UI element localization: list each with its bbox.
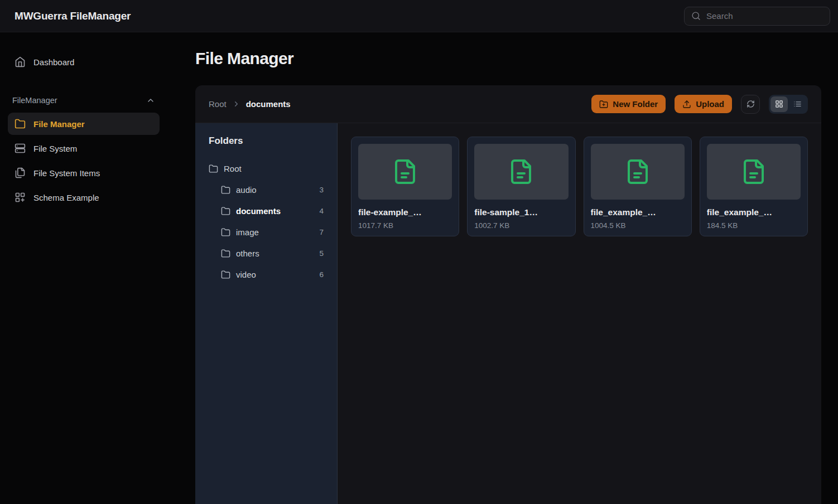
file-size: 1004.5 KB bbox=[591, 221, 685, 230]
folder-tree-item-image[interactable]: image 7 bbox=[209, 221, 324, 243]
chevron-up-icon[interactable] bbox=[146, 96, 155, 105]
file-text-icon bbox=[392, 158, 418, 185]
folder-tree-root[interactable]: Root bbox=[209, 158, 324, 179]
file-thumbnail bbox=[358, 144, 452, 200]
folder-icon bbox=[221, 227, 230, 237]
new-folder-button[interactable]: New Folder bbox=[591, 95, 666, 113]
folder-icon bbox=[15, 118, 26, 129]
folder-count: 6 bbox=[319, 270, 324, 279]
folder-count: 3 bbox=[319, 186, 324, 194]
layout-grid-icon bbox=[775, 100, 783, 108]
sidebar-item-dashboard[interactable]: Dashboard bbox=[8, 51, 160, 73]
view-toggle bbox=[769, 95, 808, 114]
chevron-right-icon bbox=[232, 100, 240, 108]
search-icon bbox=[691, 11, 701, 21]
file-text-icon bbox=[508, 158, 534, 185]
sidebar-item-schema-example[interactable]: Schema Example bbox=[8, 186, 160, 209]
search-input[interactable] bbox=[706, 11, 823, 21]
folder-count: 4 bbox=[319, 207, 324, 215]
file-name: file_example_… bbox=[707, 207, 801, 217]
topbar: MWGuerra FileManager bbox=[0, 0, 838, 32]
folder-label: documents bbox=[236, 206, 281, 216]
sidebar-item-label: File System bbox=[33, 144, 77, 153]
panel-toolbar: Root documents New Folder bbox=[195, 85, 821, 123]
sidebar-section-header: FileManager bbox=[12, 96, 155, 105]
folder-icon bbox=[209, 164, 218, 173]
breadcrumb-root[interactable]: Root bbox=[209, 99, 227, 109]
folder-label: video bbox=[236, 270, 256, 279]
folder-tree-item-documents[interactable]: documents 4 bbox=[209, 200, 324, 221]
folder-tree-item-audio[interactable]: audio 3 bbox=[209, 179, 324, 200]
list-icon bbox=[793, 100, 802, 108]
toolbar-actions: New Folder Upload bbox=[591, 95, 808, 114]
folders-panel: Folders Root audio 3 bbox=[195, 123, 338, 504]
file-card[interactable]: file_example_… 1004.5 KB bbox=[584, 137, 692, 236]
new-folder-label: New Folder bbox=[613, 99, 658, 109]
folder-tree-item-others[interactable]: others 5 bbox=[209, 243, 324, 264]
sidebar-item-file-system-items[interactable]: File System Items bbox=[8, 162, 160, 184]
upload-label: Upload bbox=[696, 99, 724, 109]
file-name: file_example_… bbox=[591, 207, 685, 217]
home-icon bbox=[15, 56, 26, 67]
server-icon bbox=[15, 143, 26, 154]
folders-heading: Folders bbox=[209, 135, 324, 147]
file-card[interactable]: file-sample_1… 1002.7 KB bbox=[467, 137, 575, 236]
folder-plus-icon bbox=[599, 100, 608, 109]
upload-button[interactable]: Upload bbox=[675, 95, 732, 113]
file-manager-panel: Root documents New Folder bbox=[195, 85, 821, 504]
file-card[interactable]: file_example_… 184.5 KB bbox=[700, 137, 808, 236]
file-thumbnail bbox=[707, 144, 801, 200]
sidebar-item-label: File System Items bbox=[33, 168, 100, 178]
search-box[interactable] bbox=[684, 7, 830, 26]
sidebar-section-label: FileManager bbox=[12, 96, 57, 105]
folder-count: 7 bbox=[319, 228, 324, 236]
folder-icon bbox=[221, 185, 230, 195]
files-icon bbox=[15, 167, 26, 178]
sidebar-item-label: Dashboard bbox=[33, 57, 74, 67]
file-size: 1002.7 KB bbox=[474, 221, 568, 230]
file-thumbnail bbox=[474, 144, 568, 200]
refresh-button[interactable] bbox=[741, 95, 760, 114]
sidebar-item-label: File Manager bbox=[33, 119, 85, 129]
breadcrumb: Root documents bbox=[209, 99, 291, 109]
list-view-button[interactable] bbox=[789, 96, 806, 112]
grid-view-button[interactable] bbox=[770, 96, 788, 112]
app-title: MWGuerra FileManager bbox=[15, 10, 131, 22]
file-size: 184.5 KB bbox=[707, 221, 801, 230]
folder-label: audio bbox=[236, 185, 257, 195]
sidebar-item-label: Schema Example bbox=[33, 193, 99, 202]
file-card[interactable]: file-example_… 1017.7 KB bbox=[351, 137, 459, 236]
squares-plus-icon bbox=[15, 192, 26, 203]
file-thumbnail bbox=[591, 144, 685, 200]
file-name: file-sample_1… bbox=[474, 207, 568, 217]
folder-label: others bbox=[236, 249, 259, 258]
folder-icon bbox=[221, 206, 230, 216]
folder-label: image bbox=[236, 227, 259, 237]
files-grid: file-example_… 1017.7 KB file-sample_1… … bbox=[338, 123, 821, 504]
sidebar-item-file-manager[interactable]: File Manager bbox=[8, 113, 160, 135]
folder-count: 5 bbox=[319, 249, 324, 258]
page-title: File Manager bbox=[195, 49, 821, 68]
file-text-icon bbox=[740, 158, 767, 185]
breadcrumb-current: documents bbox=[246, 99, 291, 109]
file-name: file-example_… bbox=[358, 207, 452, 217]
folder-icon bbox=[221, 249, 230, 258]
refresh-icon bbox=[747, 100, 755, 108]
main-content: File Manager Root documents bbox=[167, 32, 838, 504]
sidebar-item-file-system[interactable]: File System bbox=[8, 137, 160, 159]
folder-label: Root bbox=[224, 164, 242, 173]
folder-tree-item-video[interactable]: video 6 bbox=[209, 264, 324, 285]
file-size: 1017.7 KB bbox=[358, 221, 452, 230]
sidebar: Dashboard FileManager File Manager File … bbox=[0, 32, 167, 504]
folder-icon bbox=[221, 270, 230, 279]
file-text-icon bbox=[624, 158, 651, 185]
upload-icon bbox=[682, 100, 691, 109]
